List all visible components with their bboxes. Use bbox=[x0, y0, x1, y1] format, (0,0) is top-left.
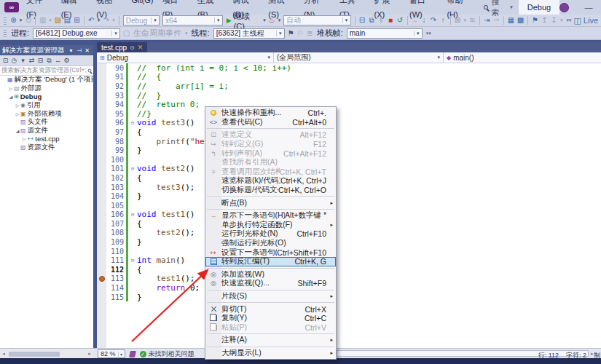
continue-dropdown[interactable]: ▾ bbox=[262, 17, 267, 23]
code-line[interactable]: 91// { bbox=[97, 73, 601, 82]
hot-reload-icon[interactable]: ♨ bbox=[267, 15, 277, 26]
solution-tree-item[interactable]: ▷◉引用 bbox=[0, 101, 93, 110]
thread-combo[interactable]: [63632] 主线程▾ bbox=[213, 28, 285, 39]
pending-changes-filter-icon[interactable]: ◷ bbox=[10, 57, 18, 64]
context-menu-item-paste[interactable]: 粘贴(P)Ctrl+V bbox=[205, 323, 336, 332]
undo-dropdown[interactable]: ▾ bbox=[96, 17, 102, 23]
navigate-forward-icon[interactable]: ⊙ bbox=[23, 15, 33, 26]
code-cleanup-icon[interactable] bbox=[129, 351, 136, 357]
code-line[interactable]: 90// for (int i = 0; i < 10; i++) bbox=[97, 63, 601, 73]
context-menu-item-view-code[interactable]: <>查看代码(C)Ctrl+Alt+0 bbox=[205, 118, 336, 127]
run-to-cursor-icon[interactable]: ⇥ bbox=[482, 15, 492, 26]
close-icon[interactable]: ✕ bbox=[83, 47, 91, 54]
code-line[interactable]: 101⊟void test2() bbox=[97, 165, 601, 174]
tree-expander-icon[interactable]: ▷ bbox=[15, 103, 20, 108]
context-menu-item-peek-header-code-file[interactable]: 速览标题(k)/代码文件Ctrl+K, Ctrl+J bbox=[205, 176, 336, 186]
context-menu-item-run-to-cursor[interactable]: 运行到光标处(N)Ctrl+F10 bbox=[205, 229, 336, 239]
solution-tree-item[interactable]: ▷▣外部依赖项 bbox=[0, 109, 93, 118]
code-line[interactable]: 108 test2(); bbox=[97, 229, 601, 238]
document-health-indicator[interactable]: ✓ 未找到相关问题 bbox=[140, 349, 195, 359]
chevron-down-icon[interactable]: ▾ bbox=[111, 31, 119, 36]
tree-expander-icon[interactable]: ◢ bbox=[15, 128, 20, 133]
new-project-icon[interactable]: ▥ bbox=[38, 15, 47, 26]
context-menu-item-quick-actions[interactable]: 快速操作和重构...Ctrl+. bbox=[205, 108, 336, 118]
prev-bookmark-icon[interactable]: ↥ bbox=[540, 15, 549, 26]
pause-icon[interactable]: ‖ bbox=[377, 15, 386, 26]
code-line[interactable]: 94// return 0; bbox=[97, 100, 601, 109]
user-avatar[interactable] bbox=[559, 3, 569, 12]
redo-icon[interactable]: ↷ bbox=[101, 15, 111, 26]
collapse-all-icon[interactable]: ⊟ bbox=[36, 57, 44, 64]
chevron-down-icon[interactable]: ▾ bbox=[214, 17, 222, 23]
context-menu-item-add-watch[interactable]: ◎添加监视(W) bbox=[205, 270, 336, 280]
stop-icon[interactable]: ■ bbox=[386, 15, 396, 26]
code-line[interactable]: 109} bbox=[97, 237, 601, 247]
pin-icon[interactable]: ⊙ bbox=[130, 44, 135, 51]
code-line[interactable]: 115} bbox=[97, 293, 601, 302]
tree-expander-icon[interactable]: ▷ bbox=[15, 111, 20, 116]
solution-tree-item[interactable]: ▨资源文件 bbox=[0, 143, 93, 152]
toolbar-grip[interactable] bbox=[4, 17, 7, 25]
context-menu-item-peek-definition[interactable]: ⊡速览定义Alt+F12 bbox=[205, 130, 336, 140]
context-menu-item-copy[interactable]: 复制(Y)Ctrl+C bbox=[205, 314, 336, 323]
navigate-add-icon[interactable]: ⊕ bbox=[9, 15, 18, 26]
code-line[interactable]: 110 bbox=[97, 247, 601, 256]
context-menu-item-comment[interactable]: 注释(A)▸ bbox=[205, 336, 336, 345]
chevron-down-icon[interactable]: ▾ bbox=[414, 31, 422, 36]
window-position-icon[interactable]: ▾ bbox=[67, 47, 75, 54]
toolbar-overflow-icon[interactable]: ▾▾ bbox=[564, 17, 573, 23]
context-menu-item-show-next-statement[interactable]: →显示下一条语句(H)Alt+数字键 * bbox=[205, 211, 336, 221]
live-share-button[interactable]: ◫Live bbox=[573, 16, 600, 25]
save-all-icon[interactable]: ⊞ bbox=[72, 15, 82, 26]
chevron-down-icon[interactable]: ▾ bbox=[151, 17, 159, 23]
code-line[interactable]: 107{ bbox=[97, 219, 601, 229]
code-line[interactable]: 114 return 0; bbox=[97, 283, 601, 293]
code-editor[interactable]: 90// for (int i = 0; i < 10; i++)91// {9… bbox=[97, 63, 601, 348]
chevron-down-icon[interactable]: ▾ bbox=[342, 17, 350, 23]
code-line[interactable]: 104} bbox=[97, 191, 601, 201]
tab-test-cpp[interactable]: test.cpp ⊙ ✕ bbox=[97, 42, 147, 52]
code-line[interactable]: 97{ bbox=[97, 127, 601, 137]
context-menu-item-step-into-specific[interactable]: 单步执行特定函数(F)▸ bbox=[205, 221, 336, 230]
member-dropdown[interactable]: ◆ main() bbox=[444, 52, 601, 63]
continue-button[interactable]: ▶继续(C) bbox=[224, 11, 262, 31]
fold-marker-icon[interactable]: ⊟ bbox=[128, 258, 137, 264]
code-line[interactable]: 113 test1(); bbox=[97, 274, 601, 284]
close-icon[interactable]: ✕ bbox=[138, 44, 144, 51]
solution-tree-item[interactable]: ◢▨源文件 bbox=[0, 127, 93, 135]
code-line[interactable]: 92// arr[i] = i; bbox=[97, 82, 601, 91]
context-menu-item-cut[interactable]: 剪切(T)Ctrl+X bbox=[205, 304, 336, 314]
code-line[interactable]: 100 bbox=[97, 155, 601, 165]
show-all-files-icon[interactable]: ⧉ bbox=[45, 57, 53, 65]
bookmark-icon[interactable]: ⚑ bbox=[530, 15, 540, 26]
open-file-icon[interactable]: ▨ bbox=[53, 15, 63, 26]
fold-marker-icon[interactable]: ⊟ bbox=[128, 166, 137, 172]
editor-zoom-combo[interactable]: 82 % ▾ bbox=[98, 349, 125, 358]
hot-reload-dropdown[interactable]: ▾ bbox=[277, 17, 283, 23]
sync-with-active-document-icon[interactable]: ⇄ bbox=[28, 57, 36, 64]
hex-display-icon[interactable]: ⊠ bbox=[452, 15, 462, 26]
switch-views-icon[interactable]: ⊡ bbox=[1, 57, 9, 64]
scrollbar-thumb[interactable] bbox=[9, 352, 60, 357]
lifecycle-events-dropdown[interactable]: ▾ bbox=[184, 31, 189, 36]
bookmark-dropdown[interactable]: ▾ bbox=[559, 17, 565, 23]
code-line[interactable]: 102{ bbox=[97, 173, 601, 183]
registers-window-icon[interactable]: ▩ bbox=[516, 15, 525, 26]
code-line[interactable]: 103 test3(); bbox=[97, 183, 601, 192]
solution-tree-item[interactable]: ◢⊞Debug bbox=[0, 92, 93, 101]
code-line[interactable]: 106⊟void test1() bbox=[97, 210, 601, 220]
show-next-statement-icon[interactable]: → bbox=[410, 15, 420, 26]
code-line[interactable]: 96⊟void test3() bbox=[97, 119, 601, 128]
context-menu-item-force-run-to-cursor[interactable]: 强制运行到光标(O) bbox=[205, 239, 336, 248]
step-into-icon[interactable]: ↓ bbox=[420, 15, 429, 26]
code-line[interactable]: 99} bbox=[97, 146, 601, 155]
context-menu-item-goto-definition[interactable]: ↪转到定义(G)F12 bbox=[205, 140, 336, 149]
context-menu-item-view-call-hierarchy[interactable]: ≡查看调用层次结构(H)Ctrl+K, Ctrl+T bbox=[205, 167, 336, 177]
solution-search-box[interactable]: 搜索解决方案资源管理器(Ctrl+;) bbox=[0, 66, 93, 76]
context-menu-item-find-all-references[interactable]: 查找所有引用(A) bbox=[205, 158, 336, 167]
fold-marker-icon[interactable]: ⊟ bbox=[128, 212, 137, 218]
scroll-right-icon[interactable]: ▸ bbox=[86, 351, 93, 357]
step-out-icon[interactable]: ↑ bbox=[439, 15, 448, 26]
flame-icon[interactable]: ≋ bbox=[468, 15, 477, 26]
tree-expander-icon[interactable]: ▷ bbox=[21, 136, 27, 141]
